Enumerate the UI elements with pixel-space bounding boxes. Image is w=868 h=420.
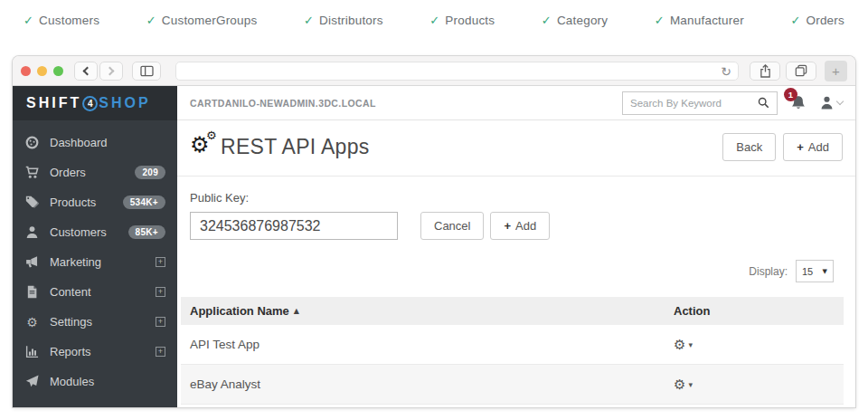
checklist-manufacturer: ✓Manufacturer	[655, 14, 744, 27]
chevron-left-icon	[83, 66, 92, 75]
expand-icon[interactable]: +	[156, 257, 165, 267]
check-icon: ✓	[304, 14, 314, 27]
keyword-search-box	[622, 91, 778, 115]
user-icon	[24, 225, 40, 240]
public-key-input[interactable]	[190, 212, 398, 240]
app-name: eBay Analyst	[190, 377, 674, 391]
sidebar-toggle-button[interactable]	[132, 62, 161, 81]
check-icon: ✓	[429, 14, 439, 27]
gear-icon: ⚙	[674, 377, 685, 393]
logo-4-icon: 4	[82, 96, 98, 111]
zoom-window-button[interactable]	[53, 66, 63, 76]
caret-down-icon: ▾	[688, 380, 693, 389]
file-icon	[24, 285, 40, 300]
orders-count-badge: 209	[135, 166, 165, 179]
expand-icon[interactable]: +	[156, 347, 165, 357]
public-key-form: Public Key: Cancel +Add	[177, 177, 855, 240]
cart-icon	[24, 166, 40, 180]
tabs-overview-button[interactable]	[786, 62, 816, 81]
logo-text-shop: SHOP	[99, 95, 150, 111]
sidebar-item-dashboard[interactable]: Dashboard	[13, 128, 177, 158]
sidebar-item-marketing[interactable]: Marketing +	[13, 247, 177, 277]
browser-window: ↻ + SHIFT 4 SHOP	[13, 56, 855, 407]
app-name: API Test App	[190, 338, 674, 351]
tags-icon	[24, 196, 40, 210]
sidebar-item-label: Reports	[50, 345, 91, 358]
forward-button[interactable]	[99, 62, 123, 81]
row-action-menu-button[interactable]: ⚙ ▾	[674, 377, 693, 393]
table-row: API Test App ⚙ ▾	[181, 325, 844, 365]
add-app-button[interactable]: +Add	[783, 133, 843, 161]
checklist-category: ✓Category	[542, 14, 608, 27]
notification-count-badge: 1	[784, 88, 797, 101]
sort-asc-icon: ▲	[294, 307, 299, 315]
back-page-button[interactable]: Back	[722, 133, 776, 161]
display-count-select[interactable]: 15 ▼	[796, 260, 834, 282]
notifications-button[interactable]: 1	[790, 95, 807, 111]
caret-down-icon: ▾	[688, 340, 693, 349]
expand-icon[interactable]: +	[156, 287, 165, 297]
checklist-products: ✓Products	[429, 14, 495, 27]
share-icon	[760, 64, 771, 78]
sidebar-item-label: Modules	[50, 375, 94, 388]
sidebar-item-label: Marketing	[50, 255, 101, 269]
sidebar-item-settings[interactable]: ⚙ Settings +	[13, 307, 177, 337]
close-window-button[interactable]	[21, 66, 31, 76]
back-button[interactable]	[74, 62, 98, 81]
cancel-button[interactable]: Cancel	[420, 212, 484, 240]
screen: ✓Customers ✓CustomerGroups ✓Distributors…	[0, 0, 868, 420]
person-icon	[819, 95, 835, 110]
check-icon: ✓	[24, 14, 33, 27]
sidebar-panel-icon	[140, 65, 154, 77]
page-title-row: ⚙ ⚙ REST API Apps Back +Add	[177, 120, 855, 177]
sidebar-menu: Dashboard Orders 209 Products	[13, 120, 177, 396]
new-tab-button[interactable]: +	[825, 61, 847, 81]
sidebar-item-orders[interactable]: Orders 209	[13, 158, 177, 187]
share-button[interactable]	[750, 62, 780, 81]
header-actions: 1	[622, 91, 843, 115]
gears-icon: ⚙	[24, 315, 40, 329]
expand-icon[interactable]: +	[156, 317, 165, 327]
address-bar[interactable]: ↻	[175, 62, 739, 81]
page-title: REST API Apps	[221, 135, 370, 159]
sidebar: SHIFT 4 SHOP Dashboard	[13, 86, 177, 407]
checklist-orders: ✓Orders	[790, 14, 844, 27]
sidebar-item-modules[interactable]: Modules	[13, 367, 177, 396]
public-key-label: Public Key:	[190, 191, 843, 205]
checklist-distributors: ✓Distributors	[304, 14, 383, 27]
plus-icon: +	[832, 63, 840, 79]
row-action-menu-button[interactable]: ⚙ ▾	[674, 337, 693, 353]
chevron-down-icon	[836, 98, 844, 105]
logo-text-shift: SHIFT	[26, 95, 81, 111]
bar-chart-icon	[24, 345, 40, 359]
sidebar-item-products[interactable]: Products 534K+	[13, 187, 177, 217]
check-icon: ✓	[146, 14, 156, 27]
toolbar-right: +	[750, 61, 847, 81]
refresh-icon[interactable]: ↻	[721, 63, 731, 81]
sidebar-item-label: Settings	[50, 315, 92, 329]
products-count-badge: 534K+	[123, 196, 165, 209]
column-application-name[interactable]: Application Name ▲	[190, 304, 674, 318]
sidebar-item-customers[interactable]: Customers 85K+	[13, 217, 177, 247]
sidebar-item-content[interactable]: Content +	[13, 277, 177, 307]
paper-plane-icon	[24, 375, 40, 389]
minimize-window-button[interactable]	[37, 66, 47, 76]
title-actions: Back +Add	[722, 133, 843, 161]
api-apps-table: Application Name ▲ Action API Test App ⚙…	[181, 297, 844, 405]
gear-icon: ⚙	[674, 337, 685, 353]
main-content: CARTDANILO-NEWADMIN.3DC.LOCAL 1	[177, 86, 855, 407]
store-domain: CARTDANILO-NEWADMIN.3DC.LOCAL	[190, 98, 376, 109]
sidebar-item-label: Content	[50, 285, 91, 299]
window-controls	[21, 66, 63, 76]
test-checklist-bar: ✓Customers ✓CustomerGroups ✓Distributors…	[0, 0, 868, 40]
search-input[interactable]	[630, 98, 758, 109]
table-header: Application Name ▲ Action	[181, 297, 844, 325]
sidebar-item-reports[interactable]: Reports +	[13, 337, 177, 367]
account-menu-button[interactable]	[819, 95, 843, 110]
tabs-icon	[795, 64, 807, 77]
checklist-customers: ✓Customers	[24, 14, 99, 27]
plus-icon: +	[504, 219, 511, 233]
shift4shop-logo[interactable]: SHIFT 4 SHOP	[13, 86, 177, 120]
search-icon[interactable]	[758, 97, 769, 109]
confirm-add-button[interactable]: +Add	[490, 212, 550, 240]
